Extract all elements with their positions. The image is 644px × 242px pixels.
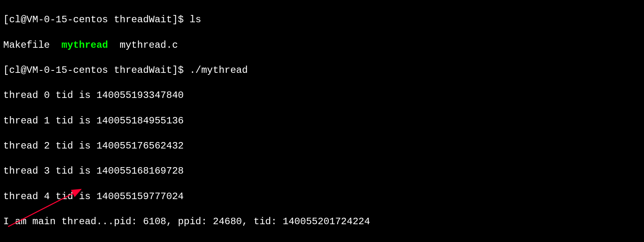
- thread-tid-line: thread 3 tid is 140055168169728: [3, 165, 641, 177]
- main-thread-line: I am main thread...pid: 6108, ppid: 2468…: [3, 215, 641, 228]
- command-text: ./mythread: [190, 65, 248, 76]
- thread-tid-line: thread 4 tid is 140055159777024: [3, 190, 641, 203]
- shell-prompt: [cl@VM-0-15-centos threadWait]$: [3, 14, 190, 25]
- file-executable: mythread: [61, 40, 108, 51]
- thread-tid-line: thread 2 tid is 140055176562432: [3, 140, 641, 152]
- file-makefile: Makefile: [3, 40, 61, 51]
- command-text: ls: [190, 14, 201, 25]
- terminal-line: [cl@VM-0-15-centos threadWait]$ ./mythre…: [3, 64, 641, 76]
- terminal-output[interactable]: [cl@VM-0-15-centos threadWait]$ ls Makef…: [3, 1, 641, 242]
- terminal-line: [cl@VM-0-15-centos threadWait]$ ls: [3, 13, 641, 26]
- thread-tid-line: thread 1 tid is 140055184955136: [3, 115, 641, 127]
- thread-tid-line: thread 0 tid is 140055193347840: [3, 89, 641, 102]
- iam-thread-line: I am thread 1...pid: 6108, ppid: 24680, …: [3, 241, 641, 242]
- file-source: mythread.c: [108, 40, 178, 51]
- shell-prompt: [cl@VM-0-15-centos threadWait]$: [3, 65, 190, 76]
- ls-output-line: Makefile mythread mythread.c: [3, 39, 641, 51]
